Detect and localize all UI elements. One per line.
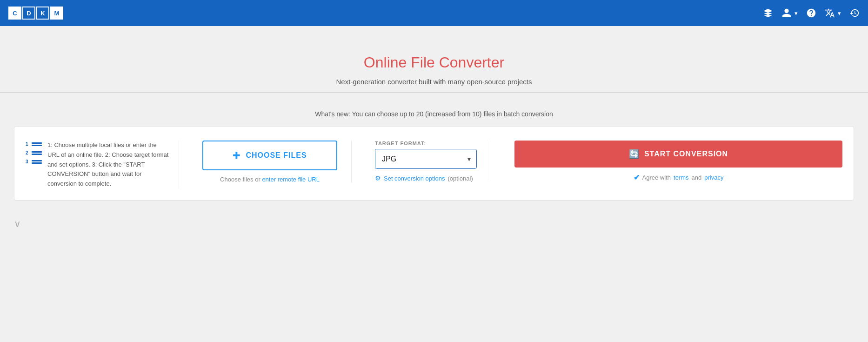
refresh-icon: 🔄 <box>629 149 640 159</box>
remote-file-url-link[interactable]: enter remote file URL <box>262 176 320 183</box>
target-format-block: TARGET FORMAT: JPG PNG PDF MP4 MP3 DOCX … <box>361 141 491 182</box>
logo[interactable]: C D K M <box>8 7 63 20</box>
format-select-wrap: JPG PNG PDF MP4 MP3 DOCX XLSX ▾ <box>375 149 477 169</box>
start-conversion-block: 🔄 START CONVERSION ✔ Agree with terms an… <box>501 141 842 182</box>
account-icon[interactable]: ▾ <box>781 8 798 18</box>
checkmark-icon: ✔ <box>634 173 640 182</box>
logo-m: M <box>50 7 63 20</box>
logo-c: C <box>8 7 21 20</box>
set-options-anchor[interactable]: Set conversion options <box>384 175 445 182</box>
set-options-link: ⚙ Set conversion options (optional) <box>375 174 477 182</box>
terms-link[interactable]: terms <box>674 174 689 181</box>
step-1-icon: 1 <box>26 141 42 147</box>
choose-files-button[interactable]: ✚ CHOOSE FILES <box>202 141 337 170</box>
gear-icon: ⚙ <box>375 174 381 182</box>
translate-icon[interactable]: ▾ <box>825 8 841 18</box>
layers-icon[interactable] <box>763 8 773 18</box>
hero-section: Online File Converter Next-generation co… <box>0 26 868 106</box>
choose-files-label: CHOOSE FILES <box>246 151 307 160</box>
converter-card: 1 2 3 <box>14 126 854 201</box>
header-icons: ▾ ▾ <box>763 8 860 18</box>
step-3-icon: 3 <box>26 159 42 164</box>
page-title: Online File Converter <box>0 54 868 71</box>
choose-files-block: ✚ CHOOSE FILES Choose files or enter rem… <box>188 141 352 183</box>
chevron-down-icon[interactable]: ∨ <box>14 218 21 229</box>
start-conversion-button[interactable]: 🔄 START CONVERSION <box>514 141 842 168</box>
translate-dropdown-arrow: ▾ <box>838 10 841 17</box>
header: C D K M ▾ ▾ <box>0 0 868 26</box>
help-icon[interactable] <box>806 8 816 18</box>
agree-text: ✔ Agree with terms and privacy <box>634 173 724 182</box>
converter-section: 1 2 3 <box>0 126 868 215</box>
account-dropdown-arrow: ▾ <box>795 10 798 17</box>
logo-k: K <box>36 7 49 20</box>
step-2-icon: 2 <box>26 150 42 155</box>
privacy-link[interactable]: privacy <box>704 174 723 181</box>
steps-block: 1 2 3 <box>26 141 179 189</box>
format-select[interactable]: JPG PNG PDF MP4 MP3 DOCX XLSX <box>375 149 476 168</box>
hero-subtitle: Next-generation converter built with man… <box>0 78 868 86</box>
main-content: Online File Converter Next-generation co… <box>0 26 868 229</box>
news-bar: What's new: You can choose up to 20 (inc… <box>0 106 868 126</box>
steps-text: 1: Choose multiple local files or enter … <box>47 141 169 189</box>
history-icon[interactable] <box>849 8 860 18</box>
format-label: TARGET FORMAT: <box>375 141 477 146</box>
choose-subtext: Choose files or enter remote file URL <box>220 176 320 183</box>
news-text: What's new: You can choose up to 20 (inc… <box>315 110 553 118</box>
bottom-chevron-area: ∨ <box>0 215 868 229</box>
logo-d: D <box>22 7 35 20</box>
steps-icon: 1 2 3 <box>26 141 42 164</box>
plus-icon: ✚ <box>233 150 241 161</box>
start-conversion-label: START CONVERSION <box>644 150 728 158</box>
